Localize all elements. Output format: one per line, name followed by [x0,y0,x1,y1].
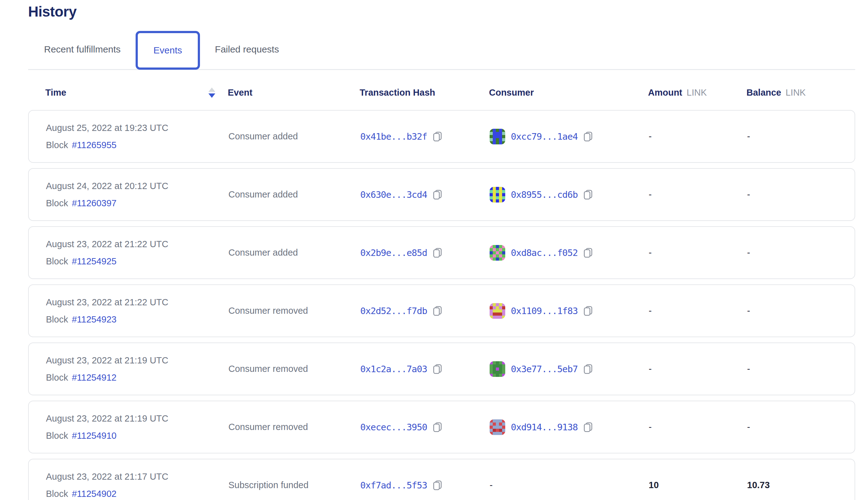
consumer-avatar [490,129,505,144]
event-type: Consumer removed [228,422,360,432]
consumer-address-link[interactable]: 0xd914...9138 [511,422,578,432]
balance-value: - [747,248,855,258]
amount-value: - [649,422,747,432]
copy-icon[interactable] [583,306,593,316]
transaction-hash-cell: 0xf7ad...5f53 [360,480,490,491]
block-number-link[interactable]: #11254923 [72,314,116,325]
consumer-cell: - [490,480,649,490]
table-row: August 23, 2022 at 21:22 UTC Block #1125… [28,226,855,279]
copy-icon[interactable] [433,306,442,316]
sort-down-arrow-icon [208,93,215,98]
table-row: August 23, 2022 at 21:17 UTC Block #1125… [28,459,855,500]
copy-icon[interactable] [433,480,442,491]
column-header-time: Time [45,88,228,98]
balance-value: - [747,364,855,374]
transaction-hash-cell: 0x1c2a...7a03 [360,364,490,374]
transaction-hash-link[interactable]: 0x41be...b32f [360,131,427,142]
block-line: Block #11265955 [46,140,228,150]
block-number-link[interactable]: #11254925 [72,256,116,266]
amount-value: - [649,131,747,141]
block-label: Block [46,488,68,499]
block-label: Block [46,430,68,441]
amount-unit-label: LINK [687,88,707,98]
block-number-link[interactable]: #11254912 [72,372,116,383]
block-number-link[interactable]: #11260397 [72,198,116,208]
transaction-hash-link[interactable]: 0x2d52...f7db [360,306,427,316]
copy-icon[interactable] [433,364,442,374]
transaction-hash-link[interactable]: 0x2b9e...e85d [360,248,427,258]
amount-value: - [649,306,747,316]
consumer-cell: 0x3e77...5eb7 [490,361,649,377]
event-type: Subscription funded [228,480,360,490]
table-row: August 23, 2022 at 21:19 UTC Block #1125… [28,401,855,453]
copy-icon[interactable] [583,189,593,200]
transaction-hash-cell: 0x41be...b32f [360,131,490,142]
transaction-hash-cell: 0xecec...3950 [360,422,490,432]
balance-unit-label: LINK [786,88,806,98]
column-header-balance: Balance LINK [746,88,855,98]
block-label: Block [46,314,68,325]
block-line: Block #11254923 [46,314,228,325]
event-type: Consumer removed [228,364,360,374]
block-label: Block [46,372,68,383]
time-cell: August 24, 2022 at 20:12 UTC Block #1126… [46,181,228,208]
history-tab-bar: Recent fulfillments Events Failed reques… [28,30,855,70]
event-type: Consumer added [228,189,360,200]
block-number-link[interactable]: #11254910 [72,430,116,441]
block-label: Block [46,256,68,266]
event-timestamp: August 23, 2022 at 21:22 UTC [46,297,228,307]
column-header-consumer: Consumer [489,88,648,98]
time-cell: August 23, 2022 at 21:22 UTC Block #1125… [46,297,228,325]
transaction-hash-cell: 0x2b9e...e85d [360,248,490,258]
table-row: August 23, 2022 at 21:22 UTC Block #1125… [28,284,855,337]
event-type: Consumer removed [228,306,360,316]
transaction-hash-link[interactable]: 0x630e...3cd4 [360,189,427,200]
copy-icon[interactable] [433,189,442,200]
transaction-hash-link[interactable]: 0x1c2a...7a03 [360,364,427,374]
tab-recent-fulfillments[interactable]: Recent fulfillments [28,44,136,55]
consumer-avatar [490,361,505,377]
time-cell: August 25, 2022 at 19:23 UTC Block #1126… [46,123,228,150]
consumer-address-link[interactable]: 0xd8ac...f052 [511,248,578,258]
copy-icon[interactable] [583,422,593,432]
consumer-address-link[interactable]: 0x8955...cd6b [511,189,578,200]
event-timestamp: August 23, 2022 at 21:22 UTC [46,239,228,249]
copy-icon[interactable] [433,131,442,142]
copy-icon[interactable] [583,364,593,374]
table-row: August 25, 2022 at 19:23 UTC Block #1126… [28,110,855,163]
copy-icon[interactable] [433,422,442,432]
copy-icon[interactable] [583,248,593,258]
event-type: Consumer added [228,248,360,258]
event-timestamp: August 24, 2022 at 20:12 UTC [46,181,228,191]
table-row: August 23, 2022 at 21:19 UTC Block #1125… [28,342,855,395]
event-type: Consumer added [228,131,360,141]
transaction-hash-link[interactable]: 0xecec...3950 [360,422,427,432]
consumer-cell: 0xd914...9138 [490,419,649,435]
sort-descending-icon[interactable] [208,88,215,98]
block-line: Block #11254925 [46,256,228,266]
consumer-cell: 0xd8ac...f052 [490,245,649,261]
tab-events[interactable]: Events [136,31,200,70]
amount-value: - [649,248,747,258]
block-line: Block #11254910 [46,430,228,441]
consumer-address-link[interactable]: 0xcc79...1ae4 [511,131,578,142]
block-number-link[interactable]: #11265955 [72,140,116,150]
transaction-hash-cell: 0x630e...3cd4 [360,189,490,200]
copy-icon[interactable] [433,248,442,258]
tab-failed-requests[interactable]: Failed requests [200,44,294,55]
block-number-link[interactable]: #11254902 [72,488,116,499]
consumer-cell: 0x1109...1f83 [490,303,649,319]
block-label: Block [46,198,68,208]
copy-icon[interactable] [583,131,593,142]
event-timestamp: August 25, 2022 at 19:23 UTC [46,123,228,133]
balance-value: 10.73 [747,480,855,490]
column-header-amount: Amount LINK [648,88,746,98]
transaction-hash-link[interactable]: 0xf7ad...5f53 [360,480,427,491]
consumer-address-link[interactable]: 0x1109...1f83 [511,306,578,316]
column-header-event: Event [228,88,359,98]
block-line: Block #11254912 [46,372,228,383]
consumer-cell: 0xcc79...1ae4 [490,129,649,144]
balance-value: - [747,422,855,432]
consumer-address-link[interactable]: 0x3e77...5eb7 [511,364,578,374]
time-cell: August 23, 2022 at 21:17 UTC Block #1125… [46,471,228,499]
